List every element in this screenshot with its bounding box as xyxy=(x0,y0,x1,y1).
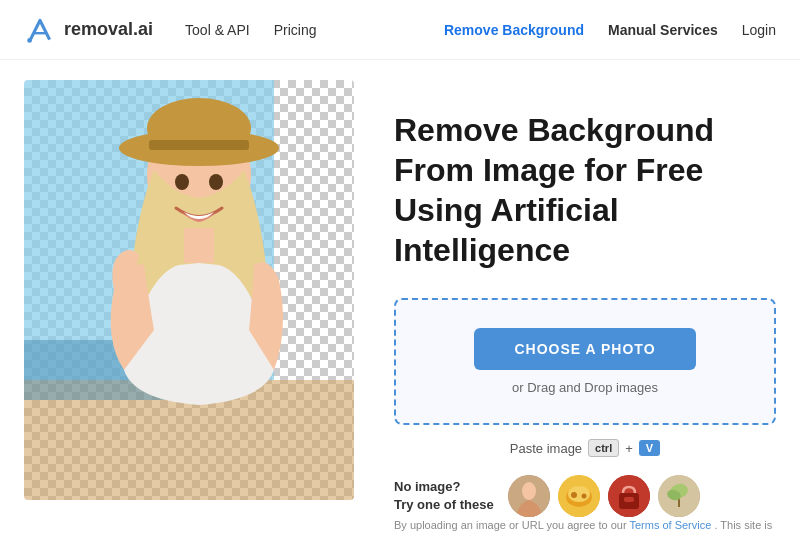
header: removal.ai Tool & API Pricing Remove Bac… xyxy=(0,0,800,60)
svg-rect-12 xyxy=(254,80,294,140)
paste-label: Paste image xyxy=(510,441,582,456)
svg-rect-7 xyxy=(149,140,249,150)
main-content: Remove Background From Image for Free Us… xyxy=(0,60,800,538)
sample-person-icon xyxy=(508,475,550,517)
nav-manual-services[interactable]: Manual Services xyxy=(608,22,718,38)
hero-image xyxy=(24,80,354,500)
sample-plant-icon xyxy=(658,475,700,517)
ctrl-key: ctrl xyxy=(588,439,619,457)
svg-point-9 xyxy=(175,174,189,190)
sample-bag-icon xyxy=(608,475,650,517)
logo-text: removal.ai xyxy=(64,19,153,40)
v-key: V xyxy=(639,440,660,456)
sample-image-food[interactable] xyxy=(558,475,600,517)
nav-login[interactable]: Login xyxy=(742,22,776,38)
logo[interactable]: removal.ai xyxy=(24,14,153,46)
drag-drop-label: or Drag and Drop images xyxy=(512,380,658,395)
no-image-text-1: No image? xyxy=(394,478,494,496)
right-content: Remove Background From Image for Free Us… xyxy=(394,80,776,518)
svg-rect-8 xyxy=(184,228,214,263)
svg-point-0 xyxy=(27,38,32,43)
svg-rect-22 xyxy=(624,497,634,502)
hero-image-area xyxy=(24,80,354,518)
tos-link[interactable]: Terms of Service xyxy=(629,519,711,531)
no-image-label: No image? Try one of these xyxy=(394,478,494,514)
person-image xyxy=(24,80,354,500)
svg-point-19 xyxy=(581,494,586,499)
choose-photo-button[interactable]: CHOOSE A PHOTO xyxy=(474,328,695,370)
sample-images-row: No image? Try one of these xyxy=(394,475,776,517)
nav-tool-api[interactable]: Tool & API xyxy=(185,22,250,38)
nav-right: Remove Background Manual Services Login xyxy=(444,22,776,38)
sample-image-list xyxy=(508,475,700,517)
nav-pricing[interactable]: Pricing xyxy=(274,22,317,38)
svg-point-10 xyxy=(209,174,223,190)
sample-image-person[interactable] xyxy=(508,475,550,517)
sample-food-icon xyxy=(558,475,600,517)
logo-icon xyxy=(24,14,56,46)
hero-title: Remove Background From Image for Free Us… xyxy=(394,110,776,270)
upload-box[interactable]: CHOOSE A PHOTO or Drag and Drop images xyxy=(394,298,776,425)
svg-rect-11 xyxy=(294,80,354,500)
paste-row: Paste image ctrl + V xyxy=(394,439,776,457)
sample-image-bag[interactable] xyxy=(608,475,650,517)
no-image-text-2: Try one of these xyxy=(394,496,494,514)
sample-image-plant[interactable] xyxy=(658,475,700,517)
nav-left: Tool & API Pricing xyxy=(185,22,444,38)
svg-point-14 xyxy=(522,482,536,500)
nav-remove-background[interactable]: Remove Background xyxy=(444,22,584,38)
footer-legal-text: By uploading an image or URL you agree t… xyxy=(394,517,776,538)
plus-sign: + xyxy=(625,441,633,456)
svg-point-18 xyxy=(571,492,577,498)
